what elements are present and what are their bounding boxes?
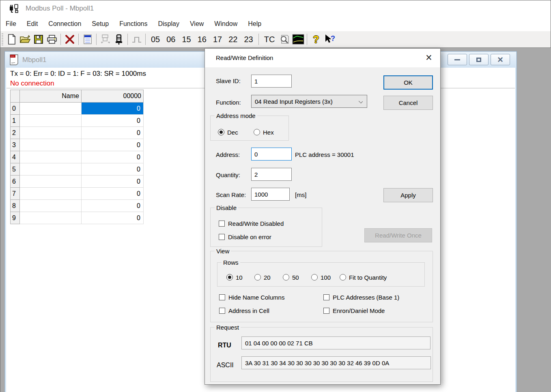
disable-on-error-checkbox[interactable]: Disable on error xyxy=(219,233,271,241)
address-in-cell-checkbox[interactable]: Address in Cell xyxy=(219,306,269,315)
menu-edit[interactable]: Edit xyxy=(22,17,43,31)
row-header[interactable]: 9 xyxy=(11,212,20,224)
row-header[interactable]: 6 xyxy=(11,176,20,188)
value-cell[interactable]: 0 xyxy=(82,176,144,188)
print-icon[interactable] xyxy=(45,33,58,45)
maximize-button[interactable] xyxy=(469,54,489,65)
function-22-button[interactable]: 22 xyxy=(225,32,241,47)
single-poll-icon[interactable] xyxy=(130,33,143,45)
fit-to-quantity-radio[interactable]: Fit to Quantity xyxy=(340,273,387,281)
toolbar-separator xyxy=(127,34,128,45)
grid-value-header[interactable]: 00000 xyxy=(82,90,144,103)
dialog-titlebar[interactable]: Read/Write Definition × xyxy=(205,49,440,67)
name-cell[interactable] xyxy=(20,212,82,224)
slave-id-field[interactable]: 1 xyxy=(251,75,292,88)
function-16-button[interactable]: 16 xyxy=(194,32,210,47)
enron-daniel-checkbox[interactable]: Enron/Daniel Mode xyxy=(323,306,385,315)
grid-corner-header xyxy=(11,90,20,103)
ascii-request-field[interactable]: 3A 30 31 30 34 30 30 30 30 30 30 30 32 4… xyxy=(241,356,431,369)
name-cell[interactable] xyxy=(20,127,82,139)
row-header[interactable]: 5 xyxy=(11,163,20,176)
scan-rate-field[interactable]: 1000 xyxy=(251,188,290,201)
menu-view[interactable]: View xyxy=(185,17,209,31)
zoom-document-icon[interactable] xyxy=(278,33,291,45)
name-cell[interactable] xyxy=(20,176,82,188)
hex-radio[interactable]: Hex xyxy=(254,128,274,136)
value-cell-selected[interactable]: 0 xyxy=(82,103,144,115)
close-icon: × xyxy=(426,51,432,64)
value-cell[interactable]: 0 xyxy=(82,139,144,151)
value-cell[interactable]: 0 xyxy=(82,163,144,176)
plc-addresses-checkbox[interactable]: PLC Addresses (Base 1) xyxy=(323,293,399,301)
tc-button[interactable]: TC xyxy=(261,32,278,47)
new-file-icon[interactable] xyxy=(5,33,18,45)
function-05-button[interactable]: 05 xyxy=(148,32,163,47)
name-cell[interactable] xyxy=(20,188,82,200)
value-cell[interactable]: 0 xyxy=(82,212,144,224)
ok-button[interactable]: OK xyxy=(383,75,433,90)
grid-name-header[interactable]: Name xyxy=(20,90,82,103)
checkbox-icon xyxy=(323,308,329,314)
open-file-icon[interactable] xyxy=(18,33,32,45)
function-15-button[interactable]: 15 xyxy=(179,32,194,47)
function-23-button[interactable]: 23 xyxy=(241,32,256,47)
address-field[interactable]: 0 xyxy=(251,148,292,161)
row-header[interactable]: 8 xyxy=(11,200,20,212)
function-06-button[interactable]: 06 xyxy=(163,32,179,47)
read-write-once-button[interactable]: Read/Write Once xyxy=(364,228,432,242)
row-header[interactable]: 0 xyxy=(11,103,20,115)
menu-display[interactable]: Display xyxy=(153,17,185,31)
menu-window[interactable]: Window xyxy=(209,17,243,31)
communication-log-icon[interactable] xyxy=(99,33,112,45)
read-write-definition-dialog: Read/Write Definition × Slave ID: 1 OK F… xyxy=(204,48,441,385)
cancel-button[interactable]: Cancel xyxy=(383,96,433,110)
name-cell[interactable] xyxy=(20,103,82,115)
dialog-close-button[interactable]: × xyxy=(423,52,435,63)
row-header[interactable]: 3 xyxy=(11,139,20,151)
row-header[interactable]: 7 xyxy=(11,188,20,200)
apply-button[interactable]: Apply xyxy=(383,188,433,202)
row-header[interactable]: 1 xyxy=(11,115,20,127)
read-write-disabled-checkbox[interactable]: Read/Write Disabled xyxy=(219,219,284,227)
quantity-field[interactable]: 2 xyxy=(251,168,292,181)
read-write-definition-icon[interactable] xyxy=(81,33,94,45)
menu-functions[interactable]: Functions xyxy=(114,17,153,31)
function-17-button[interactable]: 17 xyxy=(210,32,225,47)
close-button[interactable]: × xyxy=(491,54,510,65)
rows-10-radio[interactable]: 10 xyxy=(226,273,243,281)
name-cell[interactable] xyxy=(20,139,82,151)
name-cell[interactable] xyxy=(20,200,82,212)
toolbar-separator xyxy=(258,34,259,45)
value-cell[interactable]: 0 xyxy=(82,151,144,163)
chart-icon[interactable] xyxy=(291,33,305,45)
dec-radio[interactable]: Dec xyxy=(218,128,238,136)
context-help-icon[interactable]: ? xyxy=(323,33,336,45)
row-header[interactable]: 2 xyxy=(11,127,20,139)
checkbox-icon xyxy=(219,294,225,300)
value-cell[interactable]: 0 xyxy=(82,200,144,212)
name-cell[interactable] xyxy=(20,151,82,163)
row-header[interactable]: 4 xyxy=(11,151,20,163)
value-cell[interactable]: 0 xyxy=(82,127,144,139)
menu-setup[interactable]: Setup xyxy=(86,17,114,31)
name-cell[interactable] xyxy=(20,163,82,176)
table-row: 4 0 xyxy=(11,151,144,163)
toolbar-grip[interactable] xyxy=(2,33,3,45)
disconnect-icon[interactable] xyxy=(63,33,76,45)
rows-50-radio[interactable]: 50 xyxy=(283,273,299,281)
value-cell[interactable]: 0 xyxy=(82,115,144,127)
menu-file[interactable]: File xyxy=(0,17,22,31)
rows-100-radio[interactable]: 100 xyxy=(311,273,331,281)
rows-20-radio[interactable]: 20 xyxy=(254,273,271,281)
hide-name-columns-checkbox[interactable]: Hide Name Columns xyxy=(219,293,284,301)
help-icon[interactable]: ? xyxy=(309,33,323,45)
save-icon[interactable] xyxy=(32,33,45,45)
menu-help[interactable]: Help xyxy=(243,17,267,31)
menu-connection[interactable]: Connection xyxy=(43,17,86,31)
value-cell[interactable]: 0 xyxy=(82,188,144,200)
function-dropdown[interactable]: 04 Read Input Registers (3x) xyxy=(251,95,367,108)
rtu-request-field[interactable]: 01 04 00 00 00 02 71 CB xyxy=(241,336,430,349)
name-cell[interactable] xyxy=(20,115,82,127)
minimize-button[interactable] xyxy=(448,54,467,65)
connect-icon[interactable] xyxy=(112,33,125,45)
